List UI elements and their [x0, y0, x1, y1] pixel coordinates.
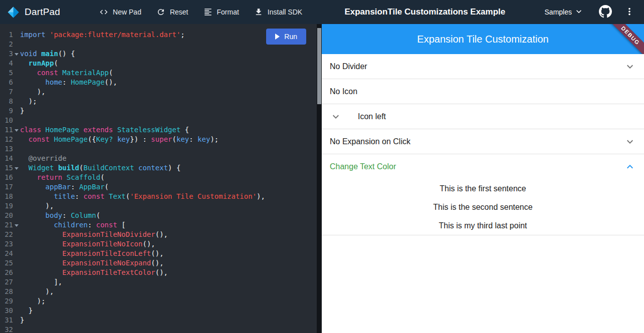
code-text: ExpansionTileNoIcon(), — [20, 239, 155, 249]
line-number: 10 — [0, 116, 13, 125]
editor-scrollbar[interactable] — [317, 24, 322, 333]
tile-content-line: This is the second sentence — [322, 198, 644, 216]
code-line[interactable]: 21 children: const [ — [0, 220, 322, 230]
flutter-appbar: Expansion Tile Customization DEBUG — [322, 24, 644, 54]
github-button[interactable] — [599, 5, 612, 20]
code-line[interactable]: 6 home: HomePage(), — [0, 78, 322, 87]
tile-label: Icon left — [358, 112, 386, 121]
overflow-menu-button[interactable] — [624, 6, 635, 19]
chevron-down-icon — [330, 111, 342, 123]
code-line[interactable]: 15 Widget build(BuildContext context) { — [0, 163, 322, 173]
code-text: const HomePage({Key? key}) : super(key: … — [20, 135, 219, 144]
line-number: 14 — [0, 154, 13, 163]
fold-toggle-icon[interactable] — [13, 125, 20, 135]
fold-gutter — [13, 40, 20, 49]
run-button[interactable]: Run — [266, 29, 306, 45]
tile-list: No DividerNo IconIcon leftNo Expansion o… — [322, 54, 644, 235]
code-line[interactable]: 19 ), — [0, 201, 322, 211]
line-number: 13 — [0, 144, 13, 154]
code-text: home: HomePage(), — [20, 78, 117, 87]
line-number: 15 — [0, 163, 13, 173]
play-icon — [275, 34, 280, 40]
code-text: } — [20, 106, 24, 116]
code-line[interactable]: 28 ), — [0, 287, 322, 296]
header-right: Samples — [542, 5, 635, 20]
code-area[interactable]: 1import 'package:flutter/material.dart';… — [0, 24, 322, 333]
refresh-icon — [156, 8, 165, 17]
format-button[interactable]: Format — [197, 4, 245, 21]
expansion-tile-icon-left[interactable]: Icon left — [322, 104, 644, 129]
debug-banner: DEBUG — [606, 24, 644, 54]
code-line[interactable]: 16 return Scaffold( — [0, 173, 322, 182]
code-line[interactable]: 24 ExpansionTileIconLeft(), — [0, 249, 322, 258]
fold-gutter — [13, 59, 20, 68]
code-text: class HomePage extends StatelessWidget { — [20, 125, 189, 135]
expansion-tile-no-expansion-on-click[interactable]: No Expansion on Click — [322, 129, 644, 154]
fold-toggle-icon[interactable] — [13, 220, 20, 230]
fold-gutter — [13, 135, 20, 144]
expansion-tile-no-divider[interactable]: No Divider — [322, 54, 644, 79]
tile-label: No Divider — [330, 62, 367, 71]
code-text: void main() { — [20, 49, 75, 59]
expansion-tile-no-icon[interactable]: No Icon — [322, 79, 644, 104]
code-line[interactable]: 25 ExpansionTileNoExpand(), — [0, 258, 322, 268]
code-line[interactable]: 18 title: const Text('Expansion Tile Cus… — [0, 192, 322, 201]
line-number: 3 — [0, 49, 13, 59]
code-line[interactable]: 13 — [0, 144, 322, 154]
code-text: Widget build(BuildContext context) { — [20, 163, 180, 173]
code-line[interactable]: 29 ); — [0, 296, 322, 306]
code-line[interactable]: 7 ), — [0, 87, 322, 97]
brand: DartPad — [7, 6, 60, 19]
code-line[interactable]: 17 appBar: AppBar( — [0, 182, 322, 192]
fold-gutter — [13, 106, 20, 116]
fold-gutter — [13, 182, 20, 192]
flutter-appbar-title: Expansion Tile Customization — [417, 34, 548, 45]
chevron-down-icon — [624, 136, 636, 148]
fold-toggle-icon[interactable] — [13, 163, 20, 173]
code-line[interactable]: 32 — [0, 325, 322, 333]
code-line[interactable]: 10 — [0, 116, 322, 125]
code-text: ExpansionTileIconLeft(), — [20, 249, 164, 258]
fold-gutter — [13, 287, 20, 296]
line-number: 23 — [0, 239, 13, 249]
code-line[interactable]: 14 @override — [0, 154, 322, 163]
download-icon — [254, 8, 263, 17]
code-line[interactable]: 22 ExpansionTileNoDivider(), — [0, 230, 322, 239]
code-text: body: Column( — [20, 211, 100, 220]
code-line[interactable]: 5 const MaterialApp( — [0, 68, 322, 78]
code-text: runApp( — [20, 59, 58, 68]
code-line[interactable]: 3void main() { — [0, 49, 322, 59]
github-icon — [599, 5, 612, 20]
code-line[interactable]: 11class HomePage extends StatelessWidget… — [0, 125, 322, 135]
samples-menu-button[interactable]: Samples — [542, 6, 587, 19]
code-line[interactable]: 23 ExpansionTileNoIcon(), — [0, 239, 322, 249]
code-line[interactable]: 26 ExpansionTileTextColor(), — [0, 268, 322, 277]
code-line[interactable]: 8 ); — [0, 97, 322, 106]
code-editor-pane[interactable]: 1import 'package:flutter/material.dart';… — [0, 24, 322, 333]
expansion-tile-change-text-color[interactable]: Change Text Color — [322, 154, 644, 179]
editor-scrollbar-thumb[interactable] — [317, 28, 321, 104]
code-text: ExpansionTileTextColor(), — [20, 268, 168, 277]
new-pad-button[interactable]: New Pad — [93, 4, 147, 21]
line-number: 27 — [0, 277, 13, 287]
code-text: @override — [20, 154, 67, 163]
line-number: 30 — [0, 306, 13, 315]
code-line[interactable]: 30 } — [0, 306, 322, 315]
fold-gutter — [13, 315, 20, 325]
code-line[interactable]: 31} — [0, 315, 322, 325]
code-line[interactable]: 4 runApp( — [0, 59, 322, 68]
main-split: 1import 'package:flutter/material.dart';… — [0, 24, 644, 333]
line-number: 24 — [0, 249, 13, 258]
code-line[interactable]: 27 ], — [0, 277, 322, 287]
reset-button[interactable]: Reset — [150, 4, 194, 21]
line-number: 32 — [0, 325, 13, 333]
code-line[interactable]: 12 const HomePage({Key? key}) : super(ke… — [0, 135, 322, 144]
code-line[interactable]: 9} — [0, 106, 322, 116]
line-number: 26 — [0, 268, 13, 277]
code-text: ], — [20, 277, 62, 287]
fold-toggle-icon[interactable] — [13, 49, 20, 59]
line-number: 11 — [0, 125, 13, 135]
install-sdk-button[interactable]: Install SDK — [248, 4, 308, 21]
pad-title: ExpansionTile Customizations Example — [344, 7, 505, 17]
code-line[interactable]: 20 body: Column( — [0, 211, 322, 220]
